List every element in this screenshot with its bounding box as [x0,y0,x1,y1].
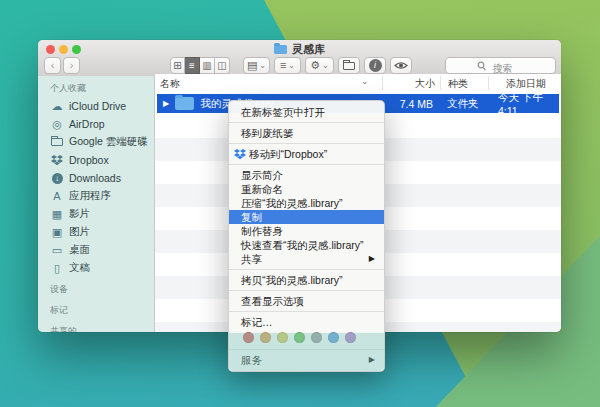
menu-item-label: 共享 [241,253,262,265]
list-view-button[interactable]: ≡ [185,57,200,74]
sidebar-item-label: Dropbox [69,154,109,166]
info-icon: i [369,59,382,72]
quicklook-button[interactable] [390,57,412,74]
menu-item-label: 压缩“我的灵感.library” [241,197,343,209]
menu-item-移到废纸篓[interactable]: 移到废纸篓 [229,126,384,140]
folder-outline-icon [343,62,355,70]
menu-item-label: 显示简介 [241,169,283,181]
window-title: 灵感库 [38,43,561,56]
dropbox-icon [234,149,246,163]
sidebar-item-应用程序[interactable]: A应用程序 [50,187,154,205]
sidebar-item-iCloud Drive[interactable]: ☁iCloud Drive [50,97,154,115]
folder-icon [175,97,194,110]
search-field [445,57,556,74]
menu-item-label: 制作替身 [241,225,283,237]
file-kind: 文件夹 [447,97,479,111]
sidebar-item-label: iCloud Drive [69,100,126,112]
documents-icon: ▯ [50,262,64,275]
sidebar-item-图片[interactable]: ▣图片 [50,223,154,241]
column-divider [440,76,441,90]
action-gear-button[interactable]: ⚙⌄ [305,57,334,74]
menu-item-复制[interactable]: 复制 [229,210,384,224]
menu-item-拷贝“我的灵感.library”[interactable]: 拷贝“我的灵感.library” [229,273,384,287]
sidebar: 个人收藏☁iCloud Drive◎AirDropGoogle 雲端硬碟Drop… [38,76,155,332]
sidebar-item-Dropbox[interactable]: Dropbox [50,151,154,169]
window-title-text: 灵感库 [292,42,325,57]
applications-icon: A [50,190,64,202]
menu-item-label: 拷贝“我的灵感.library” [241,274,343,286]
disclosure-triangle-icon[interactable]: ▶ [163,99,169,108]
sidebar-item-label: 影片 [69,207,90,221]
menu-item-重新命名[interactable]: 重新命名 [229,182,384,196]
folder-icon [274,45,287,54]
sidebar-item-label: 文稿 [69,261,90,275]
menu-item-label: 复制 [241,211,262,223]
menu-separator [229,122,384,123]
column-header-name[interactable]: 名称 [160,77,180,91]
menu-item-label: 移动到“Dropbox” [249,148,327,160]
sort-chevron-icon[interactable]: ⌄ [361,76,369,86]
menu-separator [229,143,384,144]
column-header-size[interactable]: 大小 [415,77,435,91]
column-header-date[interactable]: 添加日期 [506,77,546,91]
column-divider [488,76,489,90]
menu-item-移动到“Dropbox”[interactable]: 移动到“Dropbox” [229,147,384,161]
column-header-kind[interactable]: 种类 [448,77,468,91]
menu-item-显示简介[interactable]: 显示简介 [229,168,384,182]
sidebar-section-标记: 标记 [50,302,154,319]
sidebar-section-共享的: 共享的 [50,323,154,332]
sort-menu-button[interactable]: ≡⌄ [274,57,301,74]
download-icon: ↓ [50,173,64,184]
context-menu: 在新标签页中打开移到废纸篓移动到“Dropbox”显示简介重新命名压缩“我的灵感… [228,100,385,372]
info-button[interactable]: i [364,57,386,74]
icon-view-button[interactable]: ⊞ [170,57,185,74]
title-bar[interactable]: 灵感库 ‹ › ⊞≡▥◫ ▤⌄ ≡⌄ ⚙⌄ i [38,40,561,77]
sidebar-item-label: 桌面 [69,243,90,257]
cloud-icon: ☁ [50,100,64,113]
sidebar-item-桌面[interactable]: ▭桌面 [50,241,154,259]
pictures-icon: ▣ [50,226,64,239]
new-folder-button[interactable] [338,57,360,74]
sidebar-item-文稿[interactable]: ▯文稿 [50,259,154,277]
file-date-added: 今天 下午4:11 [498,92,561,117]
menu-separator [229,269,384,270]
column-divider [382,76,383,90]
eye-icon [394,61,408,70]
sidebar-section-个人收藏: 个人收藏 [50,80,154,97]
arrange-menu-button[interactable]: ▤⌄ [243,57,270,74]
menu-item-label: 查看显示选项 [241,295,304,307]
sidebar-item-label: AirDrop [69,118,105,130]
search-icon [477,61,486,71]
menu-item-在新标签页中打开[interactable]: 在新标签页中打开 [229,105,384,119]
menu-item-制作替身[interactable]: 制作替身 [229,224,384,238]
menu-translucency-tint [229,333,384,371]
movies-icon: ▦ [50,208,64,221]
menu-item-压缩“我的灵感.library”[interactable]: 压缩“我的灵感.library” [229,196,384,210]
menu-item-标记…[interactable]: 标记… [229,315,384,329]
sidebar-item-Downloads[interactable]: ↓Downloads [50,169,154,187]
back-button[interactable]: ‹ [44,57,61,74]
sidebar-item-label: Downloads [69,172,121,184]
menu-item-label: 移到废纸篓 [241,127,294,139]
menu-item-label: 重新命名 [241,183,283,195]
menu-item-快速查看“我的灵感.library”[interactable]: 快速查看“我的灵感.library” [229,238,384,252]
menu-separator [229,290,384,291]
sidebar-item-label: 应用程序 [69,189,111,203]
dropbox-icon [50,155,64,166]
folder-icon [50,138,64,146]
file-size: 7.4 MB [400,98,433,110]
sidebar-section-设备: 设备 [50,281,154,298]
sidebar-item-label: Google 雲端硬碟 [69,135,148,149]
menu-item-label: 在新标签页中打开 [241,106,325,118]
sidebar-item-Google 雲端硬碟[interactable]: Google 雲端硬碟 [50,133,154,151]
sidebar-item-AirDrop[interactable]: ◎AirDrop [50,115,154,133]
column-view-button[interactable]: ▥ [200,57,215,74]
coverflow-view-button[interactable]: ◫ [215,57,230,74]
menu-item-label: 标记… [241,316,273,328]
airdrop-icon: ◎ [50,118,64,131]
sidebar-item-label: 图片 [69,225,90,239]
forward-button[interactable]: › [63,57,80,74]
menu-item-查看显示选项[interactable]: 查看显示选项 [229,294,384,308]
menu-item-共享[interactable]: 共享▶ [229,252,384,266]
sidebar-item-影片[interactable]: ▦影片 [50,205,154,223]
